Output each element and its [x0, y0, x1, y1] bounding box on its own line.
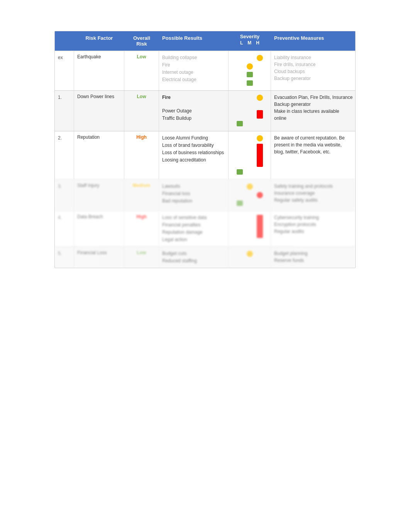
result-item: Lawsuits: [162, 183, 225, 190]
row-overall-risk: High: [124, 211, 159, 246]
header-possible-results: Possible Results: [159, 31, 229, 51]
sev-m: [247, 95, 253, 101]
row-overall-risk: Medium: [124, 180, 159, 211]
measure-item: Cybersecurity training: [274, 214, 353, 221]
sev-l: [237, 80, 243, 87]
result-item: Budget cuts: [162, 250, 225, 257]
row-results: Building collapse Fire Internet outage E…: [159, 51, 229, 90]
table-header: Risk Factor Overall Risk Possible Result…: [55, 31, 355, 51]
sev-m: [247, 55, 253, 61]
result-item: Loose Alumni Funding: [162, 134, 225, 141]
row-overall-risk: Low: [124, 91, 159, 131]
row-severity: [229, 211, 271, 246]
sev-m: [247, 110, 253, 116]
sev-l: [237, 251, 243, 257]
row-measures: Budget planning Reserve funds: [271, 247, 356, 268]
sev-l: [237, 121, 243, 126]
measure-item: Regular audits: [274, 228, 353, 235]
row-measures: Be aware of current reputation. Be prese…: [271, 131, 356, 179]
sev-m: [247, 63, 253, 70]
sev-row: [232, 80, 268, 87]
row-overall-risk: High: [124, 131, 159, 179]
measure-item: Liability insurance: [274, 54, 353, 61]
measure-item: Make in class lectures available online: [274, 108, 353, 122]
row-num: 4.: [55, 211, 74, 246]
result-item: Loosing accreditation: [162, 156, 225, 163]
row-severity: [229, 131, 271, 179]
sev-h: [257, 135, 263, 141]
sev-h: [257, 95, 263, 101]
row-risk-factor: Reputation: [74, 131, 124, 179]
measure-item: Regular safety audits: [274, 197, 353, 204]
result-item: Financial penalties: [162, 221, 225, 228]
header-severity: Severity L M H: [229, 31, 271, 51]
result-item: Reduced staffing: [162, 257, 225, 264]
table-row: 1. Down Power lines Low Fire Power Outag…: [55, 90, 355, 131]
sev-row: [232, 251, 268, 257]
row-results: Loose Alumni Funding Loss of brand favor…: [159, 131, 229, 179]
sev-l: [237, 72, 243, 78]
measure-item: Evacuation Plan, Fire Drills, Insurance: [274, 94, 353, 101]
measure-item: Backup generator: [274, 101, 353, 108]
result-item: Electrical outage: [162, 76, 225, 83]
sev-row: [232, 169, 268, 175]
row-severity: [229, 180, 271, 211]
measure-item: Safety training and protocols: [274, 183, 353, 190]
row-risk-factor: Financial Loss: [74, 247, 124, 268]
row-severity: [229, 51, 271, 90]
row-measures: Cybersecurity training Encryption protoc…: [271, 211, 356, 246]
sev-h: [257, 192, 263, 198]
table-row: 5. Financial Loss Low Budget cuts Reduce…: [55, 246, 355, 268]
measure-item: Backup generator: [274, 75, 353, 82]
result-item: Building collapse: [162, 54, 225, 61]
row-results: Fire Power Outage Traffic Buildup: [159, 91, 229, 131]
row-risk-factor: Staff Injury: [74, 180, 124, 211]
result-item: Loss of sensitive data: [162, 214, 225, 221]
sev-m: [247, 192, 253, 198]
row-severity: [229, 247, 271, 268]
sev-l: [237, 95, 243, 101]
measure-item: Cloud backups: [274, 68, 353, 75]
result-item: Power Outage: [162, 107, 225, 114]
severity-label: Severity: [240, 34, 260, 39]
sev-l: [237, 215, 243, 221]
sev-m: [247, 251, 253, 257]
sev-h: [257, 63, 263, 70]
sev-l: [237, 63, 243, 70]
row-num: 1.: [55, 91, 74, 131]
sev-h: [257, 184, 263, 190]
measure-item: Fire drills, insurance: [274, 61, 353, 68]
severity-h: H: [256, 40, 259, 46]
sev-row: [232, 55, 268, 61]
header-overall-risk: Overall Risk: [124, 31, 159, 51]
sev-m: [247, 135, 253, 141]
risk-table: Risk Factor Overall Risk Possible Result…: [54, 31, 356, 268]
sev-m: [247, 201, 253, 207]
row-results: Budget cuts Reduced staffing: [159, 247, 229, 268]
result-item: Traffic Buildup: [162, 115, 225, 122]
sev-m: [247, 184, 253, 190]
row-risk-factor: Down Power lines: [74, 91, 124, 131]
result-item: Fire: [162, 61, 225, 68]
sev-h: [257, 201, 263, 207]
result-item: Fire: [162, 94, 225, 101]
sev-l: [237, 55, 243, 61]
row-risk-factor: Data Breach: [74, 211, 124, 246]
sev-row: [232, 135, 268, 141]
row-num: 3.: [55, 180, 74, 211]
sev-h: [257, 251, 263, 257]
sev-l: [237, 201, 243, 206]
sev-h: [257, 144, 263, 167]
sev-l: [237, 184, 243, 190]
sev-h: [257, 215, 263, 238]
row-overall-risk: Low: [124, 247, 159, 268]
sev-l: [237, 110, 243, 116]
result-item: Financial loss: [162, 190, 225, 197]
sev-h: [257, 121, 263, 127]
result-item: Legal action: [162, 236, 225, 243]
row-num: ex: [55, 51, 74, 90]
sev-row: [232, 215, 268, 238]
sev-m: [247, 121, 253, 127]
sev-m: [247, 215, 253, 221]
row-num: 5.: [55, 247, 74, 268]
